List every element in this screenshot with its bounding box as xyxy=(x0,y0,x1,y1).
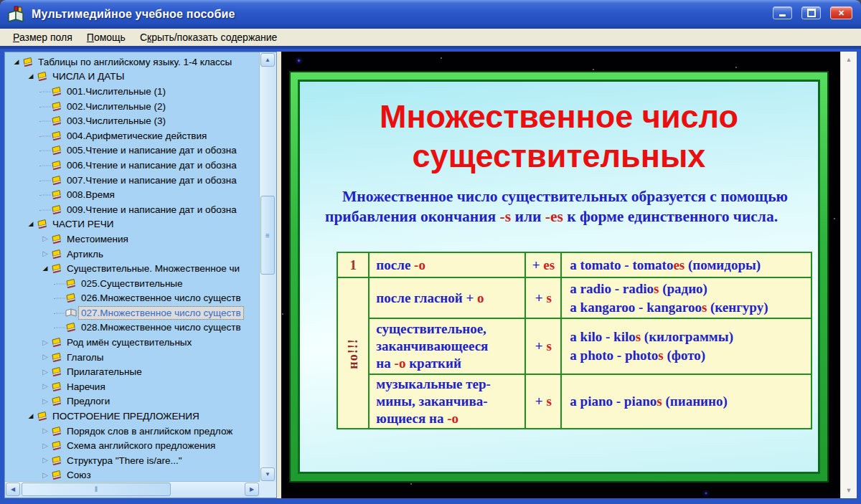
tree-item[interactable]: 002.Числительные (2) xyxy=(5,99,260,114)
stage-scrollbar[interactable]: ▲ ▼ xyxy=(840,52,857,498)
tree-item-label[interactable]: Союз xyxy=(65,469,93,481)
maximize-button[interactable] xyxy=(801,6,821,19)
tree-item[interactable]: ▷Артикль xyxy=(5,247,260,262)
collapsed-marker-icon[interactable]: ▷ xyxy=(39,235,51,242)
tree-item-label[interactable]: 001.Числительные (1) xyxy=(65,85,168,98)
close-button[interactable]: ✕ xyxy=(830,6,852,19)
tree-item-label[interactable]: 006.Чтение и написание дат и обозна xyxy=(65,159,239,171)
tree-item-label[interactable]: Существительные. Множественное чи xyxy=(65,262,242,275)
tree-item[interactable]: ◢ЧАСТИ РЕЧИ xyxy=(5,217,260,232)
minimize-button[interactable] xyxy=(773,6,792,19)
tree-item[interactable]: ▷Предлоги xyxy=(5,394,260,409)
tree-item-label[interactable]: 008.Время xyxy=(65,189,117,201)
star-dot xyxy=(735,67,737,68)
stage-scroll-up-icon[interactable]: ▲ xyxy=(841,56,857,63)
vertical-scroll-thumb[interactable]: ≡ xyxy=(260,196,275,275)
tree-item-label[interactable]: Схема английского предложения xyxy=(65,439,217,452)
tree-item[interactable]: ▷Структура "There is/are..." xyxy=(5,453,260,468)
collapsed-marker-icon[interactable]: ▷ xyxy=(39,250,51,257)
tree-item[interactable]: ▷Прилагательные xyxy=(5,364,260,379)
tree-item[interactable]: 005.Чтение и написание дат и обозна xyxy=(5,143,260,158)
collapsed-marker-icon[interactable]: ▷ xyxy=(39,472,51,479)
tree-item[interactable]: 009.Чтение и написание дат и обозна xyxy=(5,202,260,217)
book-icon xyxy=(51,130,63,141)
tree-item[interactable]: 025.Существительные xyxy=(5,276,260,291)
expanded-marker-icon[interactable]: ◢ xyxy=(25,73,37,80)
star-dot xyxy=(834,218,835,219)
tree-item[interactable]: 026.Множественное число существ xyxy=(5,291,260,306)
book-icon xyxy=(51,426,63,437)
tree-item-label[interactable]: 026.Множественное число существ xyxy=(79,292,243,304)
tree-item-label[interactable]: Артикль xyxy=(65,248,105,260)
tree-item-label[interactable]: 004.Арифметические действия xyxy=(65,130,209,142)
tree-item-label[interactable]: Глаголы xyxy=(65,351,105,363)
tree-item-label[interactable]: Род имён существительных xyxy=(65,336,194,348)
tree-item-label[interactable]: Предлоги xyxy=(65,395,112,407)
collapsed-marker-icon[interactable]: ▷ xyxy=(39,442,51,450)
note-vertical-text: но!!! xyxy=(346,338,361,369)
book-icon xyxy=(51,86,63,97)
tree-item-label[interactable]: Таблицы по английскому языку. 1-4 классы xyxy=(36,56,234,68)
tree-item-label[interactable]: 025.Существительные xyxy=(79,277,185,290)
book-icon xyxy=(51,130,62,141)
tree-item-label[interactable]: Структура "There is/are..." xyxy=(65,455,184,467)
tree-item[interactable]: 001.Числительные (1) xyxy=(5,84,260,99)
tree-item[interactable]: ▷Порядок слов в английском предлож xyxy=(5,424,260,439)
tree-item-label[interactable]: ЧИСЛА И ДАТЫ xyxy=(50,70,126,82)
tree-item[interactable]: ▷Местоимения xyxy=(5,232,260,247)
tree-item-label[interactable]: Прилагательные xyxy=(65,366,144,378)
collapsed-marker-icon[interactable]: ▷ xyxy=(39,353,51,361)
tree-item-label[interactable]: Местоимения xyxy=(65,233,131,245)
menu-item-1[interactable]: Помощь xyxy=(80,29,133,45)
collapsed-marker-icon[interactable]: ▷ xyxy=(39,339,51,346)
tree-item[interactable]: ▷Схема английского предложения xyxy=(5,438,260,453)
tree-item-label[interactable]: 009.Чтение и написание дат и обозна xyxy=(65,204,239,216)
expanded-marker-icon[interactable]: ◢ xyxy=(39,265,51,272)
tree-item[interactable]: 003.Числительные (3) xyxy=(5,113,260,128)
scroll-right-button[interactable]: ▶ xyxy=(245,482,259,496)
tree-item-label[interactable]: 028.Множественное число существ xyxy=(79,321,243,333)
scroll-down-button[interactable]: ▼ xyxy=(260,467,275,481)
scroll-up-button[interactable]: ▲ xyxy=(260,53,275,67)
tree-item-label[interactable]: Наречия xyxy=(65,381,108,393)
tree-horizontal-scrollbar[interactable]: ◀ ⦀ ▶ xyxy=(5,481,260,498)
collapsed-marker-icon[interactable]: ▷ xyxy=(39,369,51,376)
tree-item[interactable]: ◢Существительные. Множественное чи xyxy=(5,261,260,276)
tree-item-label[interactable]: 005.Чтение и написание дат и обозна xyxy=(65,144,239,156)
expanded-marker-icon[interactable]: ◢ xyxy=(25,413,37,419)
slide-intro-text: Множественное число существительных обра… xyxy=(325,186,795,227)
collapsed-marker-icon[interactable]: ▷ xyxy=(39,398,51,405)
tree-item[interactable]: 027.Множественное число существ xyxy=(5,305,260,320)
expanded-marker-icon[interactable]: ◢ xyxy=(11,59,22,65)
tree-item[interactable]: 006.Чтение и написание дат и обозна xyxy=(5,158,260,173)
tree-item-label[interactable]: Порядок слов в английском предлож xyxy=(65,425,235,437)
collapsed-marker-icon[interactable]: ▷ xyxy=(39,457,51,464)
tree-item-label[interactable]: 003.Числительные (3) xyxy=(65,115,168,127)
scroll-left-button[interactable]: ◀ xyxy=(6,482,20,496)
tree-item[interactable]: ▷Глаголы xyxy=(5,350,260,365)
menu-item-0[interactable]: Размер поля xyxy=(6,29,80,45)
tree-item[interactable]: ▷Союз xyxy=(5,468,260,482)
tree-item-label[interactable]: 007.Чтение и написание дат и обозна xyxy=(65,174,239,186)
tree-item[interactable]: 008.Время xyxy=(5,187,260,202)
tree-item[interactable]: ◢ПОСТРОЕНИЕ ПРЕДЛОЖЕНИЯ xyxy=(5,409,260,424)
tree-item-label[interactable]: 027.Множественное число существ xyxy=(79,307,243,319)
expanded-marker-icon[interactable]: ◢ xyxy=(25,221,37,227)
tree-item[interactable]: 007.Чтение и написание дат и обозна xyxy=(5,173,260,188)
menu-item-2[interactable]: Скрыть/показать содержание xyxy=(133,29,284,45)
book-icon xyxy=(51,263,63,274)
tree-item[interactable]: ◢Таблицы по английскому языку. 1-4 класс… xyxy=(5,54,260,70)
tree-item[interactable]: 004.Арифметические действия xyxy=(5,128,260,143)
tree-item-label[interactable]: ПОСТРОЕНИЕ ПРЕДЛОЖЕНИЯ xyxy=(50,410,202,422)
tree-item-label[interactable]: 002.Числительные (2) xyxy=(65,100,168,113)
tree-item[interactable]: ◢ЧИСЛА И ДАТЫ xyxy=(5,70,260,85)
stage-scroll-down-icon[interactable]: ▼ xyxy=(841,487,857,494)
tree-item[interactable]: ▷Наречия xyxy=(5,379,260,394)
collapsed-marker-icon[interactable]: ▷ xyxy=(39,427,51,434)
horizontal-scroll-thumb[interactable]: ⦀ xyxy=(22,482,171,496)
collapsed-marker-icon[interactable]: ▷ xyxy=(39,383,51,390)
tree-item[interactable]: ▷Род имён существительных xyxy=(5,335,260,350)
tree-item-label[interactable]: ЧАСТИ РЕЧИ xyxy=(50,218,116,230)
tree-item[interactable]: 028.Множественное число существ xyxy=(5,320,260,336)
tree-vertical-scrollbar[interactable]: ▲ ≡ ▼ xyxy=(259,52,276,482)
